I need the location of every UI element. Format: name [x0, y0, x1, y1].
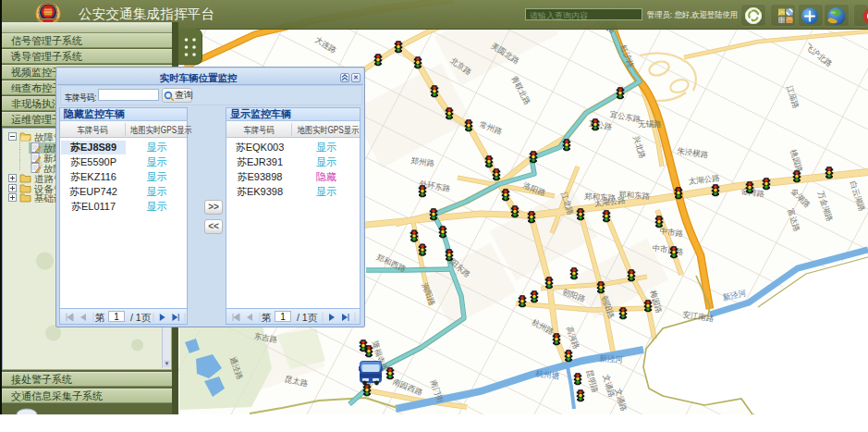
svg-text:无锡路: 无锡路 [638, 119, 662, 129]
svg-text:新泾河: 新泾河 [599, 353, 623, 364]
